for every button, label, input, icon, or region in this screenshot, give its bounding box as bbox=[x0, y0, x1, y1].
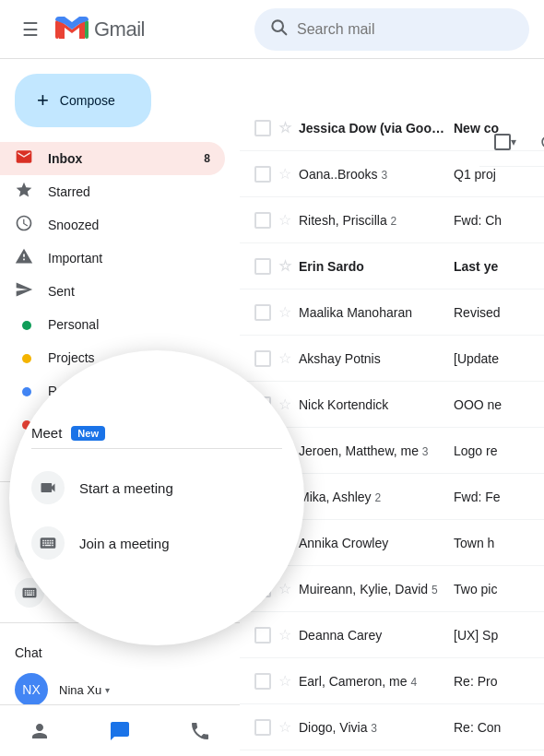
email-row[interactable]: ☆ Maalika Manoharan Revised bbox=[240, 289, 544, 336]
inbox-icon bbox=[15, 148, 33, 171]
star-button[interactable]: ☆ bbox=[278, 718, 291, 736]
chat-header: Chat bbox=[0, 638, 240, 667]
email-checkbox[interactable] bbox=[254, 304, 271, 321]
email-subject: OOO ne bbox=[454, 397, 502, 412]
email-sender: Erin Sardo bbox=[299, 259, 446, 274]
email-row[interactable]: ☆ Earl, Cameron, me 4 Re: Pro bbox=[240, 658, 544, 704]
starred-label: Starred bbox=[48, 184, 90, 199]
email-subject: [Update bbox=[454, 351, 499, 366]
projects-label: Projects bbox=[48, 350, 95, 365]
star-button[interactable]: ☆ bbox=[278, 626, 291, 644]
email-checkbox[interactable] bbox=[254, 166, 271, 183]
projects-icon bbox=[15, 348, 33, 368]
join-meeting-overlay-label: Join a meeting bbox=[79, 536, 170, 551]
email-sender: Jeroen, Matthew, me 3 bbox=[299, 443, 446, 458]
nav-item-personal[interactable]: Personal bbox=[0, 308, 225, 341]
personal-label: Personal bbox=[48, 317, 99, 332]
chat-info-nina: Nina Xu ▾ bbox=[59, 683, 225, 697]
phone-icon[interactable] bbox=[182, 713, 219, 750]
email-row[interactable]: ☆ Muireann, Kylie, David 5 Two pic bbox=[240, 566, 544, 612]
star-button[interactable]: ☆ bbox=[278, 211, 291, 229]
email-sender: Jessica Dow (via Google. bbox=[299, 121, 446, 136]
start-meeting-overlay-item[interactable]: Start a meeting bbox=[31, 460, 282, 515]
star-button[interactable]: ☆ bbox=[278, 672, 291, 690]
nav-item-sent[interactable]: Sent bbox=[0, 275, 225, 308]
email-content: Two pic bbox=[454, 582, 529, 597]
nav-item-inbox[interactable]: Inbox 8 bbox=[0, 142, 225, 175]
search-bar[interactable] bbox=[254, 8, 529, 51]
email-checkbox[interactable] bbox=[254, 673, 271, 690]
video-camera-overlay-icon bbox=[31, 471, 65, 504]
email-row[interactable]: ☆ Akshay Potnis [Update bbox=[240, 336, 544, 382]
join-meeting-overlay-item[interactable]: Join a meeting bbox=[31, 515, 282, 571]
email-subject: Last ye bbox=[454, 259, 498, 274]
meet-overlay-header: Meet New bbox=[31, 425, 282, 449]
email-checkbox[interactable] bbox=[254, 350, 271, 367]
email-sender: Earl, Cameron, me 4 bbox=[299, 674, 446, 689]
email-subject: Fwd: Ch bbox=[454, 213, 502, 228]
star-button[interactable]: ☆ bbox=[278, 165, 291, 183]
email-row[interactable]: ☆ Ritesh, Priscilla 2 Fwd: Ch bbox=[240, 197, 544, 243]
email-sender: Oana..Brooks 3 bbox=[299, 167, 446, 182]
inbox-badge: 8 bbox=[204, 152, 210, 165]
menu-icon[interactable]: ☰ bbox=[15, 11, 46, 48]
compose-label: Compose bbox=[60, 93, 115, 108]
email-content: Q1 proj bbox=[454, 167, 529, 182]
star-button[interactable]: ☆ bbox=[278, 580, 291, 597]
email-content: Last ye bbox=[454, 259, 529, 274]
email-sender: Diogo, Vivia 3 bbox=[299, 720, 446, 735]
email-content: Logo re bbox=[454, 443, 529, 458]
email-subject: Re: Pro bbox=[454, 674, 497, 689]
compose-button[interactable]: + Compose bbox=[15, 74, 151, 127]
email-subject: New co bbox=[454, 121, 499, 136]
header-left: ☰ Gmail bbox=[15, 11, 254, 48]
email-subject: Re: Con bbox=[454, 720, 501, 735]
email-row[interactable]: ☆ Deanna Carey [UX] Sp bbox=[240, 612, 544, 658]
email-content: Fwd: Fe bbox=[454, 490, 529, 504]
search-input[interactable] bbox=[297, 21, 514, 38]
star-button[interactable]: ☆ bbox=[278, 349, 291, 367]
email-content: Town h bbox=[454, 536, 529, 550]
email-subject: [UX] Sp bbox=[454, 628, 498, 643]
email-sender: Annika Crowley bbox=[299, 536, 446, 550]
nav-item-snoozed[interactable]: Snoozed bbox=[0, 208, 225, 242]
email-sender: Nick Kortendick bbox=[299, 397, 446, 412]
email-subject: Revised bbox=[454, 305, 501, 320]
email-checkbox[interactable] bbox=[254, 258, 271, 275]
personal-icon bbox=[15, 315, 33, 335]
star-button[interactable]: ☆ bbox=[278, 119, 291, 136]
inbox-label: Inbox bbox=[48, 151, 82, 166]
email-row[interactable]: ☆ Oana..Brooks 3 Q1 proj bbox=[240, 151, 544, 197]
email-row[interactable]: ☆ Diogo, Vivia 3 Re: Con bbox=[240, 704, 544, 750]
sent-icon bbox=[15, 280, 33, 303]
star-button[interactable]: ☆ bbox=[278, 396, 291, 413]
email-row[interactable]: ☆ Annika, Maalika, Jeff 6 Update bbox=[240, 750, 544, 756]
star-button[interactable]: ☆ bbox=[278, 257, 291, 275]
app-header: ☰ Gmail bbox=[0, 0, 544, 59]
nav-item-important[interactable]: Important bbox=[0, 242, 225, 275]
email-subject: Two pic bbox=[454, 582, 497, 597]
chat-icon[interactable] bbox=[101, 713, 138, 750]
email-checkbox[interactable] bbox=[254, 719, 271, 736]
chat-name-nina: Nina Xu ▾ bbox=[59, 683, 225, 697]
avatar-nina: NX bbox=[15, 673, 48, 706]
email-row[interactable]: ☆ Nick Kortendick OOO ne bbox=[240, 382, 544, 428]
email-checkbox[interactable] bbox=[254, 120, 271, 136]
gmail-text-label: Gmail bbox=[94, 18, 145, 41]
snoozed-icon bbox=[15, 214, 33, 237]
bottom-nav bbox=[0, 704, 240, 756]
references-icon bbox=[15, 382, 33, 401]
avatar-initials-nina: NX bbox=[22, 682, 40, 697]
nav-item-starred[interactable]: Starred bbox=[0, 175, 225, 208]
sent-label: Sent bbox=[48, 284, 75, 299]
important-label: Important bbox=[48, 251, 102, 266]
star-button[interactable]: ☆ bbox=[278, 303, 291, 321]
keyboard-overlay-icon bbox=[31, 526, 65, 560]
people-icon[interactable] bbox=[21, 713, 58, 750]
email-checkbox[interactable] bbox=[254, 627, 271, 644]
important-icon bbox=[15, 247, 33, 270]
email-row[interactable]: ☆ Erin Sardo Last ye bbox=[240, 243, 544, 289]
meet-overlay-content: Meet New Start a meeting Join a meeting bbox=[9, 410, 304, 585]
email-row[interactable]: ☆ Jessica Dow (via Google. New co bbox=[240, 105, 544, 151]
email-checkbox[interactable] bbox=[254, 212, 271, 229]
